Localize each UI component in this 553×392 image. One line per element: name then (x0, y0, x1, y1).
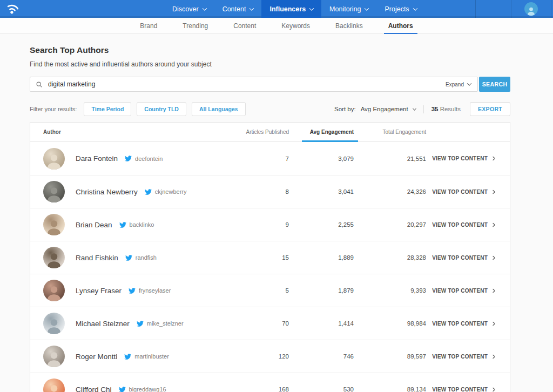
avg-engagement-value: 530 (289, 386, 354, 392)
nav-item-label: Content (222, 5, 246, 13)
tab-content[interactable]: Content (231, 18, 258, 33)
user-menu[interactable] (511, 0, 551, 18)
search-bar: Expand SEARCH (30, 77, 510, 92)
articles-published-value: 5 (224, 287, 289, 294)
table-row: Clifford Chi bigreddawg16 168 530 89,134… (30, 373, 510, 392)
view-top-content-button[interactable]: VIEW TOP CONTENT (426, 156, 496, 161)
avg-engagement-value: 3,041 (289, 188, 354, 195)
tab-authors[interactable]: Authors (386, 18, 415, 33)
view-top-content-button[interactable]: VIEW TOP CONTENT (426, 255, 496, 261)
sort-by-dropdown[interactable]: Sort by: Avg Engagement (334, 106, 416, 112)
languages-filter-button[interactable]: All Languages (192, 102, 246, 116)
top-navbar: Discover Content Influencers Monitoring … (0, 0, 553, 18)
brand-logo[interactable] (0, 0, 140, 18)
author-cell: Roger Montti martinibuster (76, 353, 224, 361)
twitter-handle[interactable]: mike_stelzner (147, 320, 184, 327)
avatar (43, 247, 65, 268)
person-photo-placeholder-icon (45, 184, 63, 202)
twitter-handle[interactable]: frynseylaser (139, 287, 171, 294)
column-header-avg-engagement[interactable]: Avg Engagement (289, 123, 354, 141)
results-count: 35 Results (431, 106, 461, 112)
avg-engagement-value: 746 (289, 353, 354, 360)
author-table-body: Dara Fontein deefontein 7 3,079 21,551 V… (30, 142, 510, 392)
chevron-right-icon (491, 156, 496, 161)
avg-engagement-value: 1,414 (289, 320, 354, 327)
tab-trending[interactable]: Trending (180, 18, 210, 33)
tab-brand[interactable]: Brand (138, 18, 159, 33)
nav-item-influencers[interactable]: Influencers (261, 0, 321, 18)
view-top-content-label: VIEW TOP CONTENT (432, 288, 488, 294)
table-row: Dara Fontein deefontein 7 3,079 21,551 V… (30, 142, 510, 175)
column-header-total-engagement[interactable]: Total Engagement (354, 123, 426, 141)
expand-toggle[interactable]: Expand (446, 82, 471, 87)
chevron-right-icon (491, 321, 496, 326)
articles-published-value: 168 (224, 386, 289, 392)
twitter-handle[interactable]: martinibuster (134, 353, 169, 360)
view-top-content-label: VIEW TOP CONTENT (432, 189, 488, 195)
author-cell: Michael Stelzner mike_stelzner (76, 320, 224, 328)
view-top-content-label: VIEW TOP CONTENT (432, 321, 488, 327)
view-top-content-button[interactable]: VIEW TOP CONTENT (426, 354, 496, 360)
articles-published-value: 9 (224, 221, 289, 228)
section-tabs: Brand Trending Content Keywords Backlink… (0, 18, 553, 34)
nav-item-monitoring[interactable]: Monitoring (321, 0, 376, 18)
table-row: Brian Dean backlinko 9 2,255 20,297 VIEW… (30, 208, 510, 241)
search-button[interactable]: SEARCH (479, 77, 510, 92)
chevron-right-icon (491, 190, 496, 194)
chevron-right-icon (491, 387, 496, 392)
country-tld-filter-button[interactable]: Country TLD (137, 102, 186, 116)
view-top-content-button[interactable]: VIEW TOP CONTENT (426, 288, 496, 294)
nav-item-label: Monitoring (329, 5, 361, 13)
export-button[interactable]: EXPORT (470, 102, 510, 116)
nav-item-discover[interactable]: Discover (164, 0, 214, 18)
twitter-handle[interactable]: deefontein (135, 156, 163, 162)
nav-item-label: Influencers (269, 5, 306, 13)
person-photo-placeholder-icon (45, 316, 63, 334)
articles-published-value: 120 (224, 353, 289, 360)
view-top-content-label: VIEW TOP CONTENT (432, 255, 488, 261)
nav-item-label: Projects (385, 5, 409, 13)
view-top-content-button[interactable]: VIEW TOP CONTENT (426, 321, 496, 327)
nav-item-content[interactable]: Content (214, 0, 262, 18)
view-top-content-label: VIEW TOP CONTENT (432, 387, 488, 392)
view-top-content-button[interactable]: VIEW TOP CONTENT (426, 387, 496, 392)
twitter-icon (145, 188, 152, 195)
author-cell: Dara Fontein deefontein (76, 154, 224, 163)
main-content: Search Top Authors Find the most active … (0, 45, 553, 392)
chevron-down-icon (249, 6, 254, 10)
tab-keywords[interactable]: Keywords (279, 18, 312, 33)
divider (423, 105, 424, 113)
person-photo-placeholder-icon (45, 283, 63, 301)
view-top-content-button[interactable]: VIEW TOP CONTENT (426, 189, 496, 195)
nav-item-projects[interactable]: Projects (376, 0, 424, 18)
search-input[interactable] (48, 80, 446, 88)
twitter-icon (119, 221, 126, 228)
results-unit: Results (440, 106, 461, 112)
author-name: Lynsey Fraser (76, 287, 122, 295)
column-header-articles-published[interactable]: Articles Published (224, 123, 289, 141)
time-period-filter-button[interactable]: Time Period (84, 102, 131, 116)
person-photo-placeholder-icon (45, 349, 63, 367)
twitter-handle[interactable]: ckjnewberry (155, 188, 187, 195)
chevron-down-icon (202, 6, 206, 10)
avg-engagement-value: 1,879 (289, 287, 354, 294)
twitter-handle[interactable]: backlinko (130, 221, 154, 228)
avatar (43, 280, 65, 301)
avg-engagement-value: 2,255 (289, 221, 354, 228)
user-avatar (524, 2, 538, 16)
total-engagement-value: 89,597 (354, 353, 426, 360)
person-icon (526, 5, 536, 16)
chevron-right-icon (491, 288, 496, 293)
avatar (43, 313, 65, 334)
person-photo-placeholder-icon (45, 382, 63, 392)
twitter-handle[interactable]: bigreddawg16 (129, 386, 166, 392)
view-top-content-label: VIEW TOP CONTENT (432, 156, 488, 161)
page-subtitle: Find the most active and influential aut… (30, 60, 553, 68)
chevron-down-icon (309, 6, 314, 10)
twitter-handle[interactable]: randfish (136, 254, 157, 261)
tab-backlinks[interactable]: Backlinks (333, 18, 365, 33)
total-engagement-value: 28,328 (354, 254, 426, 261)
view-top-content-button[interactable]: VIEW TOP CONTENT (426, 222, 496, 228)
total-engagement-value: 21,551 (354, 156, 426, 162)
page-title: Search Top Authors (30, 45, 553, 55)
